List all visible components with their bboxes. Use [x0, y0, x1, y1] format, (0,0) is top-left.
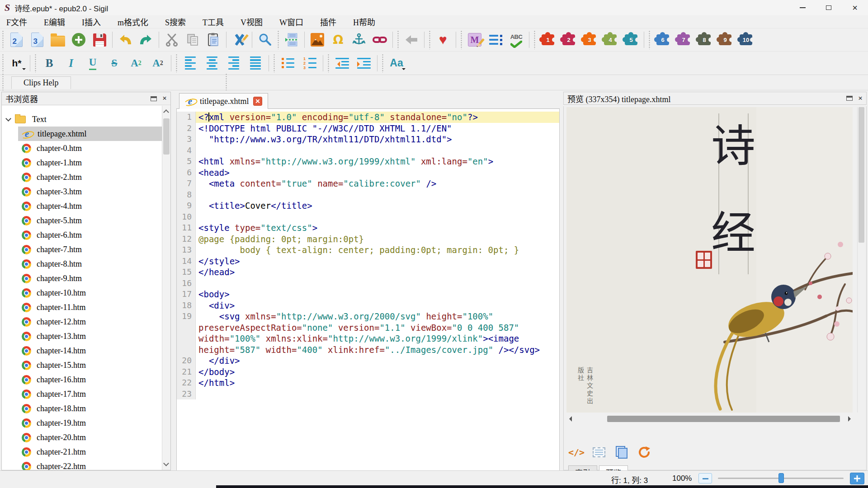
file-row[interactable]: chapter-7.htm	[2, 242, 162, 257]
file-row[interactable]: chapter-8.htm	[2, 257, 162, 271]
file-row[interactable]: chapter-4.htm	[2, 199, 162, 213]
toolbar-drag-handle[interactable]	[175, 54, 178, 73]
code-line[interactable]: 10	[177, 211, 559, 223]
tab-close-icon[interactable]	[253, 97, 262, 106]
align-justify-button[interactable]	[245, 53, 266, 74]
add-existing-files-button[interactable]	[68, 29, 89, 50]
toolbar-drag-handle[interactable]	[396, 30, 400, 49]
new-epub2-button[interactable]: 2	[6, 29, 27, 50]
select-element-button[interactable]	[591, 444, 607, 460]
file-row[interactable]: chapter-18.htm	[2, 401, 162, 416]
scrollbar-thumb[interactable]	[607, 416, 840, 422]
code-line[interactable]: height="587" width="400" xlink:href="../…	[177, 344, 559, 356]
code-line[interactable]: 12@page {padding: 0pt; margin:0pt}	[177, 234, 559, 245]
file-row[interactable]: etitlepage.xhtml	[2, 127, 162, 141]
folder-row-text[interactable]: Text	[2, 112, 162, 127]
code-line[interactable]: 14</style>	[177, 256, 559, 267]
file-row[interactable]: chapter-2.htm	[2, 170, 162, 184]
file-row[interactable]: chapter-16.htm	[2, 372, 162, 387]
generate-toc-button[interactable]	[485, 29, 506, 50]
toolbar-drag-handle[interactable]	[327, 54, 330, 73]
plugin-5-button[interactable]: 5	[625, 34, 637, 45]
copy-selection-button[interactable]	[613, 444, 630, 460]
file-row[interactable]: chapter-13.htm	[2, 329, 162, 343]
code-line[interactable]: 18 <div>	[177, 300, 559, 311]
file-row[interactable]: chapter-3.htm	[2, 184, 162, 199]
toolbar-drag-handle[interactable]	[648, 30, 651, 49]
menu-item[interactable]: S搜索	[165, 16, 186, 28]
code-line[interactable]: 6<head>	[177, 167, 559, 178]
plugin-10-button[interactable]: 10	[740, 34, 752, 45]
file-row[interactable]: chapter-15.htm	[2, 358, 162, 372]
menu-item[interactable]: E编辑	[44, 16, 65, 28]
maximize-button[interactable]	[816, 0, 842, 15]
decrease-indent-button[interactable]	[331, 53, 353, 74]
float-panel-icon[interactable]	[846, 96, 853, 101]
code-line[interactable]: 2<!DOCTYPE html PUBLIC "-//W3C//DTD XHTM…	[177, 123, 559, 134]
close-button[interactable]: ×	[842, 0, 868, 15]
scroll-left-icon[interactable]	[566, 416, 572, 422]
scroll-right-icon[interactable]	[848, 416, 854, 422]
file-row[interactable]: chapter-5.htm	[2, 213, 162, 228]
strikethrough-button[interactable]: S	[104, 53, 125, 74]
code-line[interactable]: width="100%" xmlns:xlink="http://www.w3.…	[177, 333, 559, 344]
align-center-button[interactable]	[201, 53, 223, 74]
code-line[interactable]: 17<body>	[177, 289, 559, 300]
menu-item[interactable]: T工具	[203, 16, 224, 28]
toolbar-drag-handle[interactable]	[428, 30, 431, 49]
plugin-6-button[interactable]: 6	[656, 34, 669, 45]
scrollbar-thumb[interactable]	[163, 118, 170, 155]
menu-item[interactable]: m格式化	[118, 16, 148, 28]
toolbar-drag-handle[interactable]	[1, 73, 5, 92]
donate-button[interactable]: ♥	[433, 29, 453, 50]
special-characters-button[interactable]: Ω	[328, 29, 349, 50]
subscript-button[interactable]: A2	[125, 53, 147, 74]
copy-button[interactable]	[182, 29, 203, 50]
code-line[interactable]: 20 </div>	[177, 355, 559, 366]
insert-image-button[interactable]	[307, 29, 328, 50]
file-row[interactable]: chapter-21.htm	[2, 445, 162, 459]
file-row[interactable]: chapter-6.htm	[2, 228, 162, 242]
file-row[interactable]: chapter-12.htm	[2, 314, 162, 329]
heading-style-button[interactable]: h*	[6, 53, 28, 74]
preview-horizontal-scrollbar[interactable]	[565, 414, 855, 423]
book-browser-scrollbar[interactable]	[162, 106, 170, 470]
plugin-9-button[interactable]: 9	[719, 34, 731, 45]
paste-button[interactable]	[203, 29, 224, 50]
code-line[interactable]: 8	[177, 189, 559, 201]
bullet-list-button[interactable]	[277, 53, 299, 74]
toolbar-drag-handle[interactable]	[277, 30, 280, 49]
redo-button[interactable]	[136, 29, 156, 50]
refresh-preview-button[interactable]	[636, 444, 652, 460]
undo-button[interactable]	[115, 29, 136, 50]
toolbar-drag-handle[interactable]	[1, 54, 5, 73]
menu-item[interactable]: F文件	[6, 16, 27, 28]
file-row[interactable]: chapter-10.htm	[2, 286, 162, 300]
bold-button[interactable]: B	[38, 53, 60, 74]
code-line[interactable]: 1<?xml version="1.0" encoding="utf-8" st…	[177, 112, 559, 123]
increase-indent-button[interactable]	[353, 53, 375, 74]
file-row[interactable]: chapter-0.htm	[2, 141, 162, 155]
change-case-button[interactable]: Aa	[386, 53, 407, 74]
file-row[interactable]: chapter-17.htm	[2, 387, 162, 401]
plugin-4-button[interactable]: 4	[604, 34, 617, 45]
code-line[interactable]: 15</head>	[177, 267, 559, 278]
scroll-down-icon[interactable]	[163, 460, 169, 466]
zoom-slider-handle[interactable]	[778, 473, 784, 483]
file-row[interactable]: chapter-14.htm	[2, 343, 162, 358]
spellcheck-button[interactable]: ABC	[506, 29, 527, 50]
code-line[interactable]: 19 <svg xmlns="http://www.w3.org/2000/sv…	[177, 311, 559, 322]
superscript-button[interactable]: A2	[147, 53, 169, 74]
plugin-8-button[interactable]: 8	[698, 34, 711, 45]
zoom-out-button[interactable]	[698, 473, 712, 483]
file-row[interactable]: chapter-9.htm	[2, 271, 162, 286]
code-line[interactable]: 21</body>	[177, 366, 559, 378]
align-left-button[interactable]	[179, 53, 201, 74]
code-line[interactable]: 23	[177, 389, 559, 400]
plugin-3-button[interactable]: 3	[583, 34, 596, 45]
file-row[interactable]: chapter-19.htm	[2, 416, 162, 430]
back-button[interactable]	[401, 29, 422, 50]
code-line[interactable]: 4	[177, 145, 559, 156]
close-panel-icon[interactable]: ×	[858, 95, 863, 102]
code-line[interactable]: 13 body { text-align: center; padding:0p…	[177, 244, 559, 256]
